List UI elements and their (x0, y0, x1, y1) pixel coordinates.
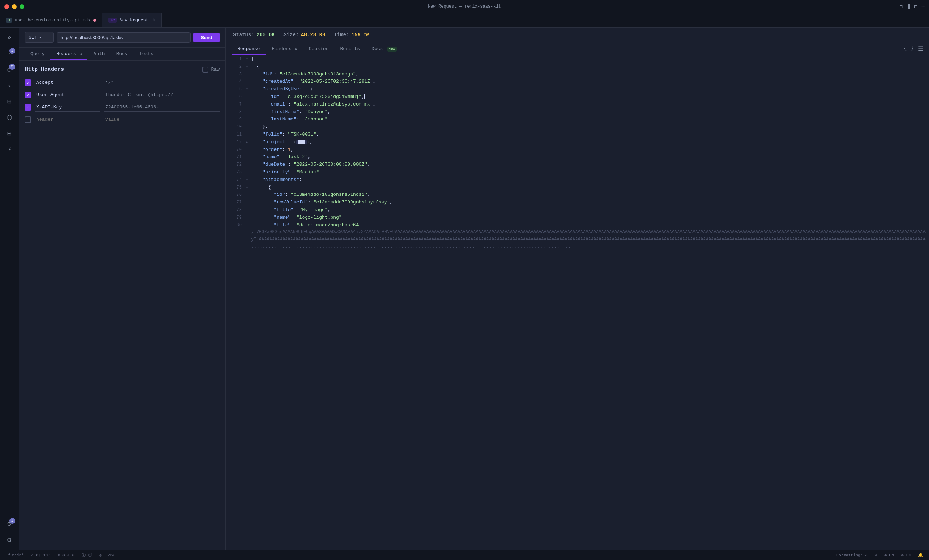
file-tab[interactable]: U use-the-custom-entity-api.mdx (0, 13, 102, 27)
header-key-empty[interactable] (35, 115, 100, 124)
code-line-74: 74 ▾ "attachments": [ (226, 176, 929, 184)
tab-body[interactable]: Body (111, 47, 133, 60)
headers-title: Http Headers (25, 66, 64, 72)
window-controls[interactable] (5, 5, 24, 9)
code-line-1: 1 ▾ [ (226, 55, 929, 63)
request-tab[interactable]: TC New Request × (102, 13, 162, 27)
code-line-2: 2 ▾ { (226, 63, 929, 71)
header-checkbox-empty[interactable] (25, 116, 31, 123)
line-arrow-75[interactable]: ▾ (246, 184, 251, 191)
header-key-accept[interactable] (35, 78, 100, 87)
tab-tests[interactable]: Tests (133, 47, 159, 60)
tab-close-button[interactable]: × (153, 17, 156, 23)
sidebar-report[interactable]: ⊟ (2, 126, 17, 141)
line-content-70: "order": 1, (251, 146, 926, 154)
line-arrow-1[interactable]: ▾ (246, 55, 251, 63)
line-arrow-74[interactable]: ▾ (246, 176, 251, 183)
sidebar-search[interactable]: ⌕ (2, 31, 17, 45)
line-arrow-73 (246, 169, 251, 170)
settings-icon: ⚙ (7, 536, 11, 544)
extension-icon: ⬡ (6, 113, 12, 121)
header-value-accept[interactable] (104, 78, 219, 87)
sidebar-users[interactable]: ⚇ 22 (2, 63, 17, 77)
main-layout: ⌕ ⎇ 1 ⚇ 22 ▷ ⊞ ⬡ ⊟ ⚡ ⊙ 1 (0, 28, 929, 550)
grid-icon: ⊞ (7, 98, 11, 106)
line-arrow-2[interactable]: ▾ (246, 63, 251, 70)
close-button[interactable] (5, 5, 9, 9)
header-checkbox-useragent[interactable] (25, 92, 31, 98)
raw-toggle[interactable]: Raw (202, 67, 219, 72)
size-item: Size: 48.28 KB (284, 32, 325, 38)
line-arrow-dots (246, 243, 251, 244)
url-input[interactable] (57, 32, 190, 43)
method-label: GET (29, 35, 37, 40)
line-arrow-5[interactable]: ▾ (246, 86, 251, 92)
line-arrow-70 (246, 146, 251, 147)
bell-icon[interactable]: 🔔 (918, 553, 923, 557)
header-value-apikey[interactable] (104, 103, 219, 112)
globe-en-2[interactable]: ⊕ EN (901, 553, 911, 557)
run-icon: ▷ (8, 83, 11, 89)
line-arrow-12[interactable]: ▸ (246, 139, 251, 145)
sidebar: ⌕ ⎇ 1 ⚇ 22 ▷ ⊞ ⬡ ⊟ ⚡ ⊙ 1 (0, 28, 19, 550)
header-checkbox-accept[interactable] (25, 80, 31, 86)
search-icon: ⌕ (7, 34, 11, 42)
error-status[interactable]: ⊗ 0 ⚠ 0 (58, 553, 74, 557)
globe-en-1[interactable]: ⊕ EN (885, 553, 894, 557)
tab-auth[interactable]: Auth (87, 47, 110, 60)
sidebar-grid[interactable]: ⊞ (2, 94, 17, 109)
headers-section: Http Headers Raw (19, 61, 225, 550)
header-value-useragent[interactable] (104, 91, 219, 99)
header-checkbox-apikey[interactable] (25, 104, 31, 111)
more-icon[interactable]: ⋯ (922, 4, 924, 10)
titlebar-actions[interactable]: ⊞ ▐ ⊡ ⋯ (899, 4, 924, 10)
resp-tab-cookies[interactable]: Cookies (303, 43, 334, 55)
line-content-4: "createdAt": "2022-05-26T02:36:47.291Z", (251, 78, 926, 86)
resp-tab-headers[interactable]: Headers 6 (266, 43, 303, 55)
response-body[interactable]: 1 ▾ [ 2 ▾ { 3 "id": "cl3memddo7 (226, 55, 929, 550)
line-arrow-71 (246, 153, 251, 155)
search-status-icon[interactable]: ⌕ (875, 553, 877, 557)
tab-headers[interactable]: Headers 3 (51, 47, 87, 60)
line-arrow-8 (246, 109, 251, 110)
line-arrow-11 (246, 131, 251, 132)
resp-tab-results[interactable]: Results (334, 43, 366, 55)
list-icon[interactable]: ☰ (918, 45, 923, 53)
response-status-bar: Status: 200 OK Size: 48.28 KB Time: 159 … (226, 28, 929, 43)
resp-tab-docs[interactable]: Docs New (366, 43, 402, 55)
grid-icon[interactable]: ⊞ (899, 4, 902, 10)
layout-icon[interactable]: ⊡ (914, 4, 917, 10)
method-select[interactable]: GET ▾ (25, 32, 54, 43)
line-arrow-3 (246, 71, 251, 72)
header-key-useragent[interactable] (35, 91, 100, 99)
git-status[interactable]: ⎇ main* (6, 553, 24, 557)
sidebar-git[interactable]: ⎇ 1 (2, 46, 17, 61)
line-content-77: "rowValueId": "cl3memddo7099gohs1nytfsvy… (251, 199, 926, 207)
sidebar-bolt[interactable]: ⚡ (2, 142, 17, 157)
sidebar-icon[interactable]: ▐ (907, 4, 910, 9)
resp-tab-response[interactable]: Response (231, 43, 266, 55)
header-key-apikey[interactable] (35, 103, 100, 112)
sidebar-account[interactable]: ⊙ 1 (2, 517, 17, 531)
line-arrow-6 (246, 93, 251, 94)
docs-new-badge: New (387, 47, 397, 52)
raw-checkbox[interactable] (202, 67, 208, 72)
maximize-button[interactable] (20, 5, 24, 9)
git-branch-icon: ⎇ (6, 553, 11, 557)
line-arrow-76 (246, 191, 251, 192)
send-button[interactable]: Send (193, 33, 219, 43)
resp-tab-actions: { } ☰ (903, 45, 923, 53)
header-row-empty (25, 115, 219, 124)
time-label: Time: (334, 32, 349, 38)
line-num-12: 12 (228, 139, 242, 146)
line-num-8: 8 (228, 109, 242, 116)
sync-status[interactable]: ↺ 0↓ 16↑ (31, 553, 51, 557)
tab-query[interactable]: Query (25, 47, 51, 60)
info-status[interactable]: ⓘ ① (82, 552, 92, 558)
sidebar-extension[interactable]: ⬡ (2, 110, 17, 125)
braces-icon[interactable]: { } (903, 45, 914, 53)
sidebar-run[interactable]: ▷ (2, 78, 17, 93)
minimize-button[interactable] (12, 5, 17, 9)
header-value-empty[interactable] (104, 115, 219, 124)
sidebar-settings[interactable]: ⚙ (2, 532, 17, 547)
